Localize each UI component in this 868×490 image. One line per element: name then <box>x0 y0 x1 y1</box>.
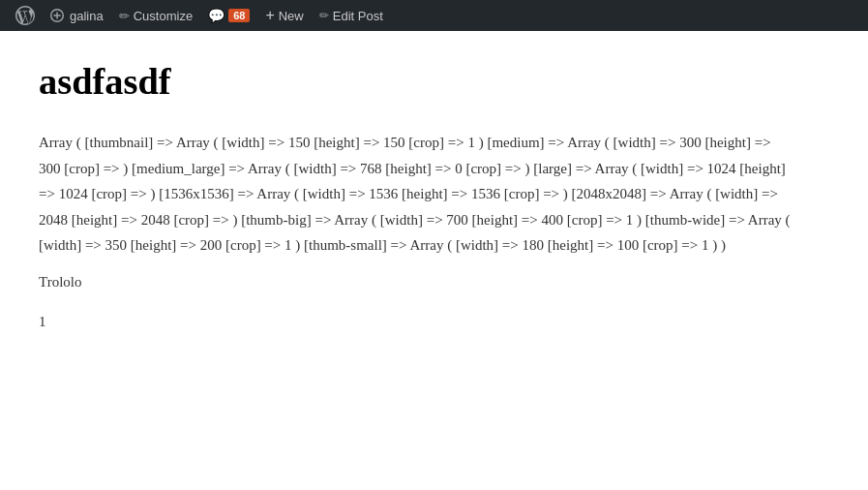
site-name-button[interactable]: galina <box>43 0 111 31</box>
post-title: asdfasdf <box>39 60 793 103</box>
comment-icon: 💬 <box>208 8 224 23</box>
page-content: asdfasdf Array ( [thumbnail] => Array ( … <box>0 31 832 369</box>
customize-button[interactable]: ✏ Customize <box>111 0 200 31</box>
page-number: 1 <box>39 314 793 330</box>
admin-bar: galina ✏ Customize 💬 68 + New ✏ Edit Pos… <box>0 0 868 31</box>
plus-icon: + <box>265 7 274 24</box>
comments-button[interactable]: 💬 68 <box>200 0 257 31</box>
array-text: Array ( [thumbnail] => Array ( [width] =… <box>39 135 791 253</box>
comment-count-badge: 68 <box>228 9 250 22</box>
edit-post-button[interactable]: ✏ Edit Post <box>312 0 391 31</box>
trololo-text: Trololo <box>39 274 793 291</box>
wp-logo-button[interactable] <box>8 0 43 31</box>
array-output: Array ( [thumbnail] => Array ( [width] =… <box>39 130 793 259</box>
new-content-button[interactable]: + New <box>257 0 311 31</box>
customize-icon: ✏ <box>119 9 130 23</box>
edit-icon: ✏ <box>319 9 329 22</box>
